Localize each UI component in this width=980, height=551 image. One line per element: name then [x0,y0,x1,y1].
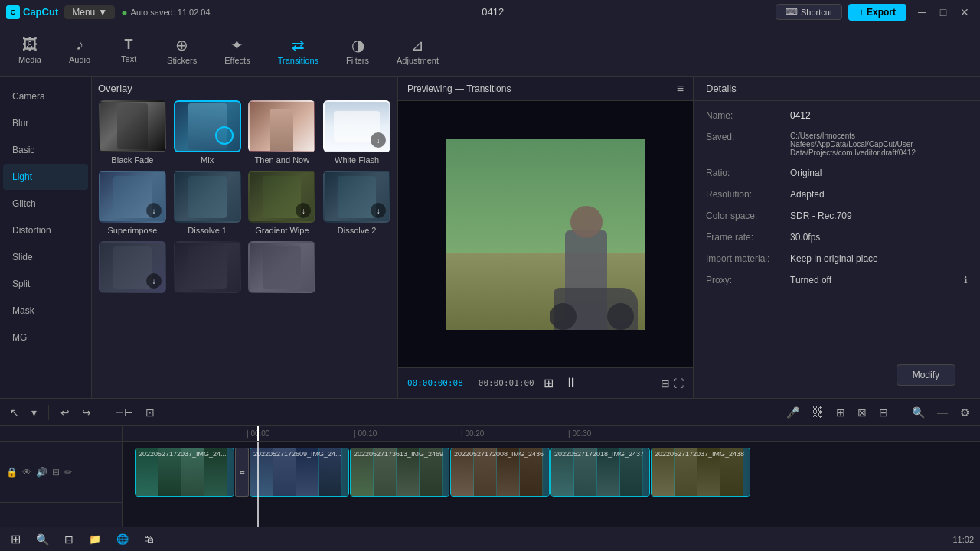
export-button[interactable]: ↑ Export [848,4,906,21]
taskview-button[interactable]: ⊟ [60,532,78,547]
settings-button[interactable]: ⚙ [956,404,974,421]
import-label: Import material: [706,253,790,264]
clip-1-label: 20220527172037_IMG_24... [139,450,227,458]
toolbar-effects[interactable]: ✦ Effects [212,31,262,70]
mic-button[interactable]: 🎤 [782,404,803,421]
clip-4[interactable]: 20220527172008_IMG_2436 [450,448,550,497]
redo-button[interactable]: ↪ [78,404,95,421]
detail-framerate: Frame rate: 30.0fps [706,232,968,243]
clip-2[interactable]: 20220527172609_IMG_24... [250,448,349,497]
select-tool-button[interactable]: ↖ [6,404,23,421]
ruler-playhead [257,426,259,441]
transition-white-flash[interactable]: ↓ White Flash [322,100,391,165]
taskbar-time: 11:02 [952,535,974,544]
transition-row3-2[interactable] [173,241,242,296]
trim-button[interactable]: ⊠ [854,404,871,421]
category-glitch[interactable]: Glitch [3,191,88,217]
grid-view-button[interactable]: ⊞ [542,374,555,392]
modify-button[interactable]: Modify [897,364,956,386]
fullscreen-button[interactable]: ⛶ [673,377,684,390]
browser-taskbar[interactable]: 🌐 [112,532,133,546]
proxy-info-icon[interactable]: ℹ [964,275,968,285]
track-detach-button[interactable]: ⊟ [52,467,60,478]
colorspace-label: Color space: [706,210,790,221]
clip-5[interactable]: 20220527172018_IMG_2437 [550,448,650,497]
app-name: CapCut [23,6,58,18]
overlay-label: Overlay [98,83,391,94]
clip-3[interactable]: 20220527173613_IMG_2469 [350,448,449,497]
track-edit-button[interactable]: ✏ [64,467,72,478]
zoom-out-button[interactable]: 🔍 [908,404,929,421]
transition-marker-1[interactable]: ⇄ [235,448,249,497]
transition-dissolve-1[interactable]: Dissolve 1 [173,171,242,235]
preview-menu-icon[interactable]: ≡ [677,82,684,96]
transition-name-dissolve2: Dissolve 2 [338,226,377,235]
category-blur[interactable]: Blur [3,110,88,136]
adjustment-icon: ⊿ [411,36,424,54]
transition-mix[interactable]: Mix [173,100,242,165]
detail-ratio: Ratio: Original [706,168,968,178]
transition-name-black-fade: Black Fade [111,155,153,165]
toolbar-stickers[interactable]: ⊕ Stickers [155,31,209,70]
details-body: Name: 0412 Saved: C:/Users/Innocents Naf… [694,101,980,358]
select-arrow-button[interactable]: ▾ [28,404,41,421]
track-lock-button[interactable]: 🔒 [6,467,18,478]
ruler-mark-2: | 00:20 [459,429,567,438]
category-distortion[interactable]: Distortion [3,217,88,243]
toolbar-media[interactable]: 🖼 Media [6,31,54,69]
toolbar-transitions[interactable]: ⇄ Transitions [266,31,331,70]
snap-button[interactable]: ⊞ [832,404,849,421]
transition-superimpose[interactable]: ↓ Superimpose [98,171,167,235]
play-pause-button[interactable]: ⏸ [563,373,580,393]
window-controls: ─ □ ✕ [913,3,974,21]
transition-name-then-now: Then and Now [255,155,310,165]
maximize-button[interactable]: □ [934,3,952,21]
toolbar-filters[interactable]: ◑ Filters [334,31,381,70]
shortcut-button[interactable]: ⌨ Shortcut [776,4,842,20]
category-sidebar: Camera Blur Basic Light Glitch Distortio… [0,77,92,398]
link-button[interactable]: ⛓ [808,403,828,422]
category-camera[interactable]: Camera [3,83,88,109]
transition-then-and-now[interactable]: Then and Now [248,100,317,165]
close-button[interactable]: ✕ [956,3,974,21]
category-mg[interactable]: MG [3,324,88,350]
track-visibility-button[interactable]: 👁 [22,467,31,478]
transition-dissolve-2[interactable]: ↓ Dissolve 2 [322,171,391,235]
toolbar-text[interactable]: T Text [106,32,152,68]
transitions-panel: Overlay Black Fade [92,77,397,398]
transition-thumb-gradient-wipe: ↓ [248,171,315,223]
delete-button[interactable]: ⊡ [142,404,158,421]
search-taskbar-button[interactable]: 🔍 [31,532,54,547]
transition-row3-3[interactable] [248,241,317,296]
store-taskbar[interactable]: 🛍 [139,532,158,546]
media-icon: 🖼 [22,36,38,54]
category-split[interactable]: Split [3,271,88,297]
category-mask[interactable]: Mask [3,298,88,324]
start-button[interactable]: ⊞ [6,530,25,548]
system-tray: 11:02 [952,535,974,544]
transition-thumb-white-flash: ↓ [323,100,390,152]
file-explorer-taskbar[interactable]: 📁 [84,532,106,546]
transition-gradient-wipe[interactable]: ↓ Gradient Wipe [248,171,317,235]
category-light[interactable]: Light [3,164,88,190]
clip-6[interactable]: 20220527172037_IMG_2438 [651,448,750,497]
toolbar-audio[interactable]: ♪ Audio [57,31,103,69]
clip-1[interactable]: 20220527172037_IMG_24... [135,448,234,497]
minimize-button[interactable]: ─ [913,3,931,21]
transition-name-dissolve1: Dissolve 1 [188,226,227,235]
category-slide[interactable]: Slide [3,244,88,270]
undo-button[interactable]: ↩ [57,404,74,421]
preview-header: Previewing — Transitions ≡ [398,77,693,101]
framerate-value: 30.0fps [790,232,968,243]
split-button[interactable]: ⊣⊢ [111,404,137,421]
transition-row3-1[interactable]: ↓ [98,241,167,296]
compare-button[interactable]: ⊟ [661,377,670,390]
category-basic[interactable]: Basic [3,137,88,163]
titlebar-right: ⌨ Shortcut ↑ Export ─ □ ✕ [776,3,974,21]
menu-button[interactable]: Menu ▼ [64,5,115,19]
track-audio-button[interactable]: 🔊 [36,467,47,478]
split2-button[interactable]: ⊟ [875,404,892,421]
transition-black-fade[interactable]: Black Fade [98,100,167,165]
toolbar-adjustment[interactable]: ⊿ Adjustment [384,31,451,70]
filters-icon: ◑ [351,36,364,54]
